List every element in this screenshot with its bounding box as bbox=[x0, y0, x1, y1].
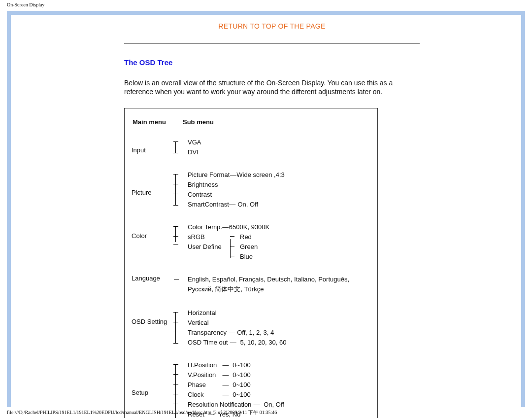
sub-srgb: sRGB Red bbox=[177, 232, 370, 242]
sub-vertical: Vertical bbox=[177, 318, 370, 328]
footer-file-path: file:///D|/Rachel/PHILIPS/191EL1/191EL1%… bbox=[7, 409, 277, 416]
ud-red: Red bbox=[240, 232, 252, 242]
sub-transparency: Transparency — Off, 1, 2, 3, 4 bbox=[177, 328, 370, 338]
main-setup: Setup bbox=[132, 389, 171, 397]
return-to-top-link[interactable]: RETURN TO TOP OF THE PAGE bbox=[124, 22, 420, 31]
ud-blue-row: Blue bbox=[177, 252, 370, 262]
group-picture: Picture Picture Format—Wide screen ,4:3 … bbox=[132, 170, 370, 209]
page-header-small: On-Screen Display bbox=[7, 2, 44, 7]
outer-frame: RETURN TO TOP OF THE PAGE The OSD Tree B… bbox=[7, 11, 525, 407]
sub-brightness: Brightness bbox=[177, 180, 370, 190]
ud-blue: Blue bbox=[240, 252, 253, 262]
intro-paragraph: Below is an overall view of the structur… bbox=[124, 78, 420, 96]
page: On-Screen Display RETURN TO TOP OF THE P… bbox=[0, 0, 532, 418]
sub-smartcontrast: SmartContrast— On, Off bbox=[177, 200, 370, 209]
divider bbox=[124, 43, 420, 44]
main-content: RETURN TO TOP OF THE PAGE The OSD Tree B… bbox=[124, 22, 420, 418]
osd-tree-diagram: Main menu Sub menu Input VGA DVI bbox=[124, 108, 378, 418]
sub-vposition: V.Position— 0~100 bbox=[177, 370, 370, 380]
main-color: Color bbox=[132, 232, 171, 241]
sub-phase: Phase— 0~100 bbox=[177, 380, 370, 390]
sub-dvi: DVI bbox=[177, 147, 370, 157]
col-sub: Sub menu bbox=[183, 118, 214, 137]
sub-color-temp: Color Temp.—6500K, 9300K bbox=[177, 222, 370, 232]
ud-green: Green bbox=[240, 242, 258, 252]
section-heading: The OSD Tree bbox=[124, 58, 420, 68]
main-language: Language bbox=[132, 275, 171, 283]
main-picture: Picture bbox=[132, 189, 171, 197]
group-color: Color Color Temp.—6500K, 9300K sRGB Red bbox=[132, 222, 370, 262]
col-main: Main menu bbox=[133, 118, 182, 137]
content-area: RETURN TO TOP OF THE PAGE The OSD Tree B… bbox=[11, 15, 521, 407]
group-osd-setting: OSD Setting Horizontal Vertical Transpar… bbox=[132, 308, 370, 348]
sub-languages: English, Español, Français, Deutsch, Ita… bbox=[177, 275, 370, 294]
main-osd: OSD Setting bbox=[132, 318, 171, 326]
sub-user-define: User Define Green bbox=[177, 242, 370, 252]
sub-picture-format: Picture Format—Wide screen ,4:3 bbox=[177, 170, 370, 180]
tree-groups: Input VGA DVI Picture bbox=[132, 138, 370, 418]
main-input: Input bbox=[132, 146, 171, 155]
group-language: Language English, Español, Français, Deu… bbox=[132, 275, 370, 295]
sub-clock: Clock— 0~100 bbox=[177, 390, 370, 400]
group-input: Input VGA DVI bbox=[132, 138, 370, 157]
sub-contrast: Contrast bbox=[177, 190, 370, 200]
column-headers: Main menu Sub menu bbox=[132, 117, 215, 138]
sub-osd-timeout: OSD Time out — 5, 10, 20, 30, 60 bbox=[177, 338, 370, 348]
sub-horizontal: Horizontal bbox=[177, 308, 370, 318]
sub-hposition: H.Position— 0~100 bbox=[177, 360, 370, 370]
sub-vga: VGA bbox=[177, 138, 370, 147]
sub-res-notif: Resolution Notification — On, Off bbox=[177, 400, 370, 410]
